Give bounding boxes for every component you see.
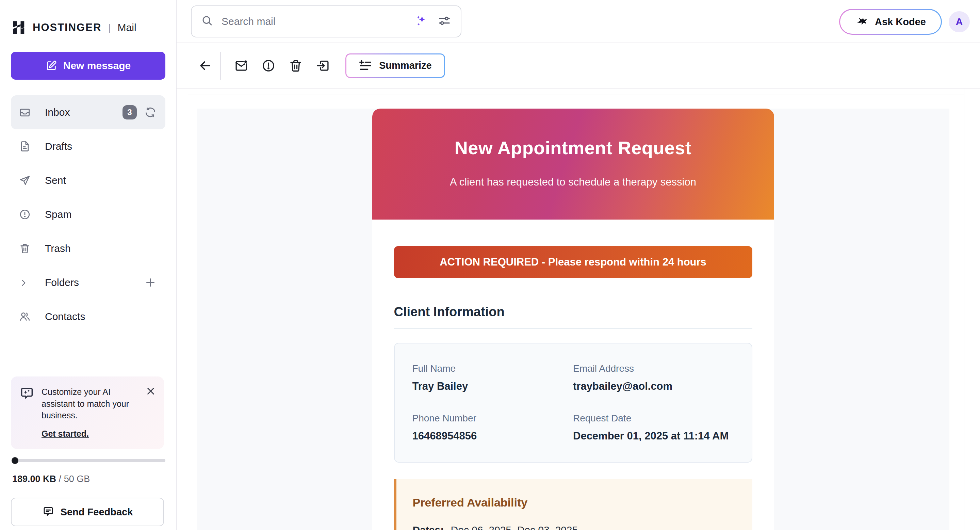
close-icon[interactable]: [145, 385, 156, 397]
toolbar-divider: [220, 52, 221, 80]
brand-name: HOSTINGER: [33, 21, 102, 34]
compose-icon: [46, 60, 57, 72]
sidebar-nav: Inbox 3 Drafts: [11, 95, 165, 334]
feedback-chat-icon: [42, 506, 54, 518]
search-icon: [201, 14, 213, 28]
sidebar-item-label: Spam: [45, 208, 72, 220]
search-bar[interactable]: [191, 5, 461, 37]
client-information-heading: Client Information: [394, 305, 752, 329]
email-subtitle: A client has requested to schedule a the…: [372, 176, 774, 188]
arrow-left-icon: [198, 58, 213, 73]
storage-total: 50 GB: [64, 474, 90, 484]
topbar: Ask Kodee A: [177, 0, 980, 43]
move-to-folder-icon: [316, 59, 330, 73]
summarize-icon: [359, 59, 372, 73]
hostinger-logo-icon: [11, 20, 27, 35]
action-required-banner: ACTION REQUIRED - Please respond within …: [394, 246, 752, 278]
report-spam-button[interactable]: [258, 55, 279, 76]
new-message-label: New message: [63, 60, 130, 72]
preferred-availability-card: Preferred Availability Dates: Dec 06, 20…: [394, 479, 752, 530]
storage-separator: /: [59, 474, 62, 484]
field-label: Email Address: [573, 363, 734, 374]
sidebar-item-label: Trash: [45, 243, 71, 254]
drafts-icon: [19, 140, 30, 152]
ask-kodee-label: Ask Kodee: [875, 16, 926, 27]
storage-usage: 189.00 KB / 50 GB: [12, 474, 90, 484]
avatar-letter: A: [956, 16, 963, 27]
email-body: ACTION REQUIRED - Please respond within …: [372, 220, 774, 530]
sidebar-item-label: Drafts: [45, 140, 72, 152]
sidebar-item-label: Sent: [45, 175, 66, 186]
sidebar-item-inbox[interactable]: Inbox 3: [11, 95, 165, 129]
ask-kodee-button[interactable]: Ask Kodee: [839, 9, 942, 35]
message-toolbar: Summarize: [177, 43, 980, 89]
brand-product: Mail: [118, 22, 137, 33]
storage-used: 189.00 KB: [12, 474, 56, 484]
kodee-bird-icon: [855, 15, 869, 29]
field-value: 16468954856: [412, 430, 573, 442]
trash-icon: [288, 59, 303, 73]
envelope-dot-icon: [234, 59, 248, 73]
refresh-icon[interactable]: [143, 105, 157, 119]
mark-unread-button[interactable]: [231, 55, 252, 76]
alert-circle-icon: [261, 59, 275, 73]
sidebar-item-contacts[interactable]: Contacts: [11, 299, 165, 334]
availability-dates: Dates: Dec 06, 2025, Dec 03, 2025: [413, 524, 736, 530]
email-panel-divider: [188, 95, 964, 95]
dates-value: Dec 06, 2025, Dec 03, 2025: [451, 524, 578, 530]
delete-button[interactable]: [285, 55, 307, 76]
spam-icon: [19, 208, 30, 220]
sidebar-item-drafts[interactable]: Drafts: [11, 129, 165, 163]
back-button[interactable]: [196, 56, 215, 75]
ai-sparkles-icon[interactable]: [414, 14, 427, 29]
inbox-icon: [19, 107, 30, 118]
field-phone-number: Phone Number 16468954856: [412, 413, 573, 442]
field-value: traybailey@aol.com: [573, 380, 734, 393]
sidebar-item-label: Folders: [45, 277, 79, 288]
promo-get-started-link[interactable]: Get started.: [41, 429, 89, 439]
summarize-label: Summarize: [379, 60, 432, 71]
chevron-right-icon[interactable]: [19, 278, 28, 287]
new-message-button[interactable]: New message: [11, 52, 165, 80]
send-feedback-button[interactable]: Send Feedback: [11, 498, 164, 526]
email-title: New Appointment Request: [372, 137, 774, 158]
trash-icon: [19, 243, 30, 254]
field-request-date: Request Date December 01, 2025 at 11:14 …: [573, 413, 734, 442]
scroll-gutter-divider: [964, 89, 964, 530]
inbox-unread-badge: 3: [123, 105, 137, 119]
sidebar-item-label: Contacts: [45, 311, 85, 322]
search-filters-icon[interactable]: [438, 14, 451, 29]
move-to-folder-button[interactable]: [312, 55, 334, 76]
email-header-banner: New Appointment Request A client has req…: [372, 108, 774, 220]
sidebar: HOSTINGER | Mail New message Inbox: [0, 0, 177, 530]
field-value: Tray Bailey: [412, 380, 573, 393]
sidebar-item-trash[interactable]: Trash: [11, 231, 165, 266]
search-input[interactable]: [221, 16, 414, 27]
sidebar-item-sent[interactable]: Sent: [11, 163, 165, 197]
summarize-button[interactable]: Summarize: [345, 53, 445, 78]
field-label: Full Name: [412, 363, 573, 374]
field-value: December 01, 2025 at 11:14 AM: [573, 430, 734, 442]
email-card: New Appointment Request A client has req…: [372, 108, 774, 530]
promo-text: Customize your AI assistant to match you…: [41, 386, 155, 422]
avatar[interactable]: A: [949, 11, 970, 32]
ai-assistant-promo-card: Customize your AI assistant to match you…: [11, 377, 164, 449]
email-viewport[interactable]: New Appointment Request A client has req…: [197, 108, 950, 530]
client-info-card: Full Name Tray Bailey Email Address tray…: [394, 343, 752, 463]
availability-heading: Preferred Availability: [413, 496, 736, 509]
brand-logo[interactable]: HOSTINGER | Mail: [11, 20, 137, 35]
contacts-icon: [19, 311, 30, 322]
sidebar-item-spam[interactable]: Spam: [11, 197, 165, 231]
field-full-name: Full Name Tray Bailey: [412, 363, 573, 393]
sidebar-item-folders[interactable]: Folders: [11, 266, 165, 299]
storage-progress-bar: [12, 459, 165, 462]
field-label: Phone Number: [412, 413, 573, 424]
add-folder-icon[interactable]: [143, 276, 157, 289]
dates-label: Dates:: [413, 524, 444, 530]
sent-icon: [19, 175, 30, 186]
field-label: Request Date: [573, 413, 734, 424]
field-email-address: Email Address traybailey@aol.com: [573, 363, 734, 393]
storage-progress-indicator: [11, 457, 18, 464]
brand-separator: |: [108, 22, 111, 33]
ai-chat-sparkle-icon: [19, 386, 35, 439]
